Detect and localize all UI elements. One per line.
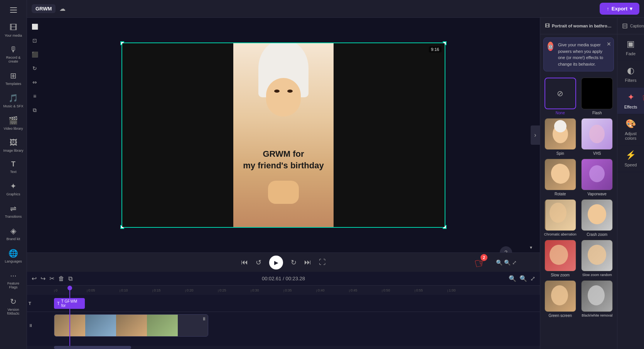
resize-tool[interactable]: ⬛ — [29, 49, 40, 60]
zoom-in-button[interactable]: 🔍 — [504, 259, 511, 266]
effect-label-spin: Spin — [556, 151, 564, 156]
ruler-mark: 0:35 — [283, 288, 316, 292]
sidebar-item-music-sfx[interactable]: 🎵 Music & SFX — [2, 90, 25, 111]
speed-icon: ⚡ — [625, 150, 636, 160]
feature-flags-icon: ··· — [10, 271, 17, 280]
delete-button[interactable]: 🗑 — [58, 275, 64, 282]
zoom-out-timeline-button[interactable]: 🔍 — [509, 275, 516, 282]
ruler-mark: 0:30 — [251, 288, 283, 292]
effect-item-slow-zoom[interactable]: Slow zoom — [543, 240, 577, 277]
effect-item-spin[interactable]: Spin — [543, 118, 577, 156]
effect-item-slow-zoom-random[interactable]: Slow zoom random — [580, 240, 614, 277]
canvas-title: GRWM for my friend's birthday — [243, 148, 324, 172]
forward-button[interactable]: ↻ — [291, 258, 297, 267]
rewind-button[interactable]: ↺ — [256, 258, 261, 267]
sidebar-item-image-library[interactable]: 🖼 Image library — [2, 135, 25, 156]
track-label-text: T — [29, 301, 31, 306]
effect-item-chromatic-aberration[interactable]: Chromatic aberration — [543, 199, 577, 237]
effect-item-crash-zoom[interactable]: Crash zoom — [580, 199, 614, 237]
select-tool[interactable]: ⬜ — [29, 21, 40, 32]
video-track-item[interactable]: ⏸ — [54, 314, 208, 337]
video-thumb-4 — [147, 315, 178, 336]
effect-label-chromatic-aberration: Chromatic aberration — [544, 232, 577, 236]
export-button[interactable]: ↑ Export ▾ — [600, 3, 639, 15]
playback-bar: ⏮ ↺ ▶ ↻ ⏭ ⛶ 🔍 🔍 ⤢ — [27, 252, 540, 272]
text-track-icon: T — [29, 301, 31, 306]
main-area: GRWM ☁ ↑ Export ▾ ⬜ ⊡ ⬛ ↻ ⇔ ≡ ⧉ — [27, 0, 644, 349]
music-icon: 🎵 — [8, 93, 18, 103]
right-panel-speed[interactable]: ⚡ Speed — [617, 146, 644, 172]
timeline-timecode: 00:02.61 / 00:23.28 — [262, 276, 305, 281]
sidebar-item-graphics[interactable]: ✦ Graphics — [2, 178, 25, 199]
sidebar-item-your-media[interactable]: 🎞 Your media — [2, 20, 25, 41]
zoom-in-timeline-button[interactable]: 🔍 — [519, 275, 527, 282]
play-button[interactable]: ▶ — [269, 256, 283, 269]
effect-label-green-screen: Green screen — [548, 313, 572, 318]
tooltip-close-button[interactable]: ✕ — [607, 40, 611, 48]
right-panel-adjust-colors[interactable]: 🎨 Adjust colors — [617, 114, 644, 146]
collapse-panel-icon[interactable]: ▾ — [530, 245, 532, 250]
topbar: GRWM ☁ ↑ Export ▾ — [27, 0, 644, 18]
zoom-out-button[interactable]: 🔍 — [496, 259, 502, 266]
effect-item-green-screen[interactable]: Green screen — [543, 280, 577, 318]
sidebar-item-transitions[interactable]: ⇌ Transitions — [2, 201, 25, 222]
sidebar-item-languages[interactable]: 🌐 Languages — [2, 246, 25, 266]
sidebar-item-text[interactable]: T Text — [2, 157, 25, 177]
ruler-mark: 0:20 — [185, 288, 218, 292]
right-panel-header: ⊟ Captions — [617, 18, 644, 34]
effect-item-vaporwave[interactable]: Vaporwave — [580, 159, 614, 196]
skip-to-start-button[interactable]: ⏮ — [241, 258, 248, 266]
effect-item-bw-removal[interactable]: Black/white removal — [580, 280, 614, 318]
hamburger-menu[interactable] — [2, 3, 25, 17]
layers-tool[interactable]: ⧉ — [29, 104, 40, 116]
right-panel-effects[interactable]: ✦ Effects ☞ 1 — [617, 88, 644, 114]
effect-label-vhs: VHS — [593, 151, 601, 156]
sidebar-item-feature-flags[interactable]: ··· Feature Flags — [2, 268, 25, 292]
canvas-preview[interactable]: GRWM for my friend's birthday 9:16 — [121, 42, 445, 228]
skip-to-end-button[interactable]: ⏭ — [304, 258, 311, 266]
ruler-mark: 0:45 — [349, 288, 382, 292]
crop-tool[interactable]: ⊡ — [29, 35, 40, 46]
timeline: ↩ ↪ ✂ 🗑 ⧉ 00:02.61 / 00:23.28 🔍 🔍 ⤢ 0 — [27, 272, 540, 349]
video-thumb-3 — [116, 315, 147, 336]
copy-button[interactable]: ⧉ — [68, 275, 72, 282]
export-chevron-icon: ▾ — [630, 6, 632, 12]
effect-label-rotate: Rotate — [555, 192, 566, 196]
effect-label-slow-zoom: Slow zoom — [551, 273, 570, 277]
rotate-tool[interactable]: ↻ — [29, 63, 40, 74]
cut-button[interactable]: ✂ — [49, 275, 54, 282]
effect-item-none[interactable]: ⊘ None — [543, 78, 577, 115]
sidebar-item-brand-kit[interactable]: ◈ Brand kit — [2, 223, 25, 244]
project-title[interactable]: GRWM — [32, 4, 56, 13]
effect-item-vhs[interactable]: VHS — [580, 118, 614, 156]
effect-item-rotate[interactable]: Rotate — [543, 159, 577, 196]
ruler-mark: 0:40 — [316, 288, 349, 292]
expand-timeline-button[interactable]: ⤢ — [530, 275, 535, 282]
effect-item-flash[interactable]: Flash — [580, 78, 614, 115]
right-panel-filters[interactable]: ◐ Filters — [617, 61, 644, 88]
sidebar-item-templates[interactable]: ⊞ Templates — [2, 68, 25, 89]
canvas-wrapper: ⬜ ⊡ ⬛ ↻ ⇔ ≡ ⧉ — [27, 18, 540, 252]
undo-button[interactable]: ↩ — [32, 275, 37, 282]
version-icon: ↻ — [10, 297, 17, 306]
align-tool[interactable]: ≡ — [29, 90, 40, 102]
timeline-scrollbar[interactable] — [27, 346, 540, 349]
text-track: T T T GRWM for — [27, 295, 540, 312]
effects-panel: 🎞 Portrait of woman in bathrobe a... 🤖 G… — [540, 18, 617, 349]
sidebar-item-record-create[interactable]: 🎙 Record & create — [2, 42, 25, 66]
playhead-handle[interactable] — [67, 286, 72, 290]
ruler-mark: 0:55 — [415, 288, 447, 292]
sidebar-item-video-library[interactable]: 🎬 Video library — [2, 113, 25, 134]
redo-button[interactable]: ↪ — [40, 275, 46, 282]
right-panel-fade[interactable]: ▣ Fade — [617, 34, 644, 61]
pause-icon: ⏸ — [29, 323, 33, 328]
flip-tool[interactable]: ⇔ — [29, 76, 40, 88]
cloud-save-icon[interactable]: ☁ — [59, 5, 66, 12]
canvas-nav-right[interactable]: › — [531, 125, 540, 145]
timeline-scroll-thumb[interactable] — [54, 346, 131, 349]
fullscreen-button[interactable]: ⛶ — [319, 258, 326, 266]
canvas-tools: ⬜ ⊡ ⬛ ↻ ⇔ ≡ ⧉ — [27, 18, 42, 252]
sidebar-item-version[interactable]: ↻ Version f06ba3c — [2, 294, 25, 319]
text-track-item[interactable]: T T GRWM for — [54, 298, 85, 309]
fit-zoom-button[interactable]: ⤢ — [512, 259, 517, 266]
